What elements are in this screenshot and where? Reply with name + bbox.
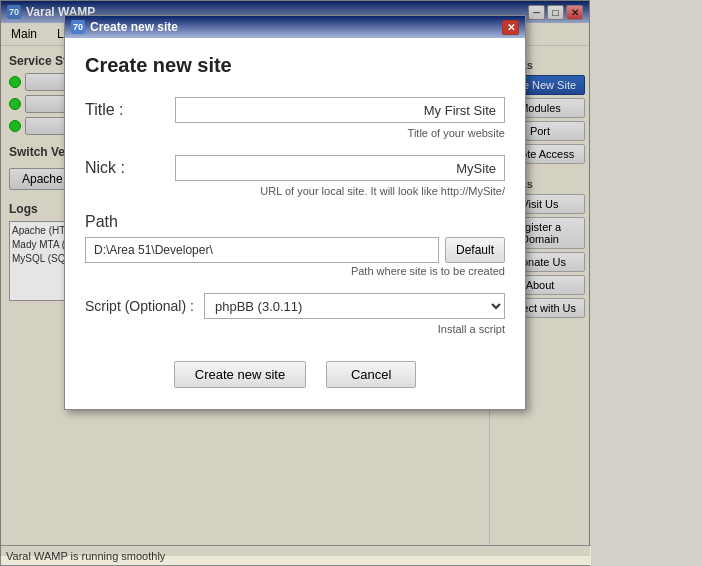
path-section: Path Default Path where site is to be cr… bbox=[85, 213, 505, 277]
create-site-modal: 70 Create new site ✕ Create new site Tit… bbox=[64, 15, 526, 410]
modal-title-icon: 70 bbox=[71, 20, 85, 34]
title-label: Title : bbox=[85, 101, 165, 119]
modal-close-button[interactable]: ✕ bbox=[502, 20, 519, 35]
modal-titlebar: 70 Create new site ✕ bbox=[65, 16, 525, 38]
title-form-row: Title : bbox=[85, 97, 505, 123]
modal-footer: Create new site Cancel bbox=[85, 351, 505, 393]
script-section: Script (Optional) : phpBB (3.0.11) WordP… bbox=[85, 293, 505, 335]
nick-label: Nick : bbox=[85, 159, 165, 177]
modal-body: Create new site Title : Title of your we… bbox=[65, 38, 525, 409]
script-hint: Install a script bbox=[85, 323, 505, 335]
cancel-button[interactable]: Cancel bbox=[326, 361, 416, 388]
script-label: Script (Optional) : bbox=[85, 298, 194, 314]
nick-input[interactable] bbox=[175, 155, 505, 181]
modal-overlay: 70 Create new site ✕ Create new site Tit… bbox=[0, 0, 590, 556]
create-site-button[interactable]: Create new site bbox=[174, 361, 306, 388]
title-field-group: Title : Title of your website bbox=[85, 97, 505, 139]
modal-header: Create new site bbox=[85, 54, 505, 77]
path-label: Path bbox=[85, 213, 505, 231]
nick-hint: URL of your local site. It will look lik… bbox=[85, 185, 505, 197]
nick-field-group: Nick : URL of your local site. It will l… bbox=[85, 155, 505, 197]
path-input[interactable] bbox=[85, 237, 439, 263]
title-hint: Title of your website bbox=[85, 127, 505, 139]
path-hint: Path where site is to be created bbox=[85, 265, 505, 277]
title-input[interactable] bbox=[175, 97, 505, 123]
default-button[interactable]: Default bbox=[445, 237, 505, 263]
path-row: Default bbox=[85, 237, 505, 263]
modal-titlebar-left: 70 Create new site bbox=[71, 20, 178, 34]
nick-form-row: Nick : bbox=[85, 155, 505, 181]
modal-title: Create new site bbox=[90, 20, 178, 34]
script-row: Script (Optional) : phpBB (3.0.11) WordP… bbox=[85, 293, 505, 319]
script-select[interactable]: phpBB (3.0.11) WordPress Joomla Drupal bbox=[204, 293, 505, 319]
